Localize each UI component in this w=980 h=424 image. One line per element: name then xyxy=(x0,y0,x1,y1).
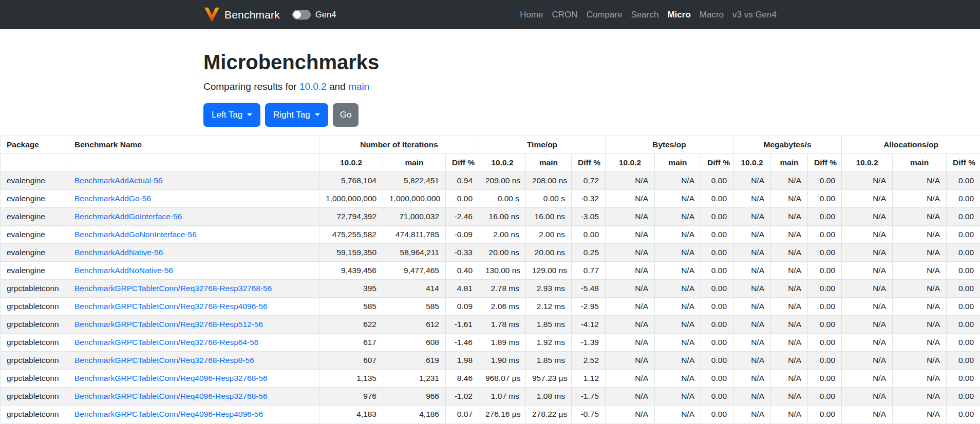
bytes-cell: 0.00 xyxy=(701,225,733,243)
time-cell: 2.12 ms xyxy=(526,297,572,315)
time-cell: -0.75 xyxy=(572,405,606,423)
brand[interactable]: Benchmark xyxy=(203,6,280,23)
bytes-cell: N/A xyxy=(655,171,701,189)
iterations-cell: 966 xyxy=(383,387,446,405)
benchmark-name-cell: BenchmarkGRPCTabletConn/Req32768-Resp512… xyxy=(68,315,319,333)
nav-link-cron[interactable]: CRON xyxy=(552,10,578,20)
nav-link-macro[interactable]: Macro xyxy=(700,10,724,20)
benchmark-link[interactable]: BenchmarkGRPCTabletConn/Req4096-Resp4096… xyxy=(74,410,263,418)
left-tag-dropdown[interactable]: Left Tag xyxy=(203,103,260,127)
benchmark-name-cell: BenchmarkGRPCTabletConn/Req4096-Resp4096… xyxy=(68,405,319,423)
table-row: evalengineBenchmarkAddGoNonInterface-564… xyxy=(1,225,980,243)
megabytes-cell: N/A xyxy=(771,297,808,315)
allocations-cell: N/A xyxy=(842,171,893,189)
time-cell: 1.90 ms xyxy=(479,351,526,369)
megabytes-cell: 0.00 xyxy=(808,243,842,261)
megabytes-cell: N/A xyxy=(733,225,771,243)
benchmark-link[interactable]: BenchmarkAddGoNonInterface-56 xyxy=(74,230,197,239)
bytes-cell: 0.00 xyxy=(701,243,733,261)
allocations-cell: 0.00 xyxy=(947,207,980,225)
allocations-cell: 0.00 xyxy=(947,333,980,351)
right-tag-link[interactable]: main xyxy=(348,81,369,92)
gen4-toggle-label: Gen4 xyxy=(315,10,336,20)
iterations-cell: 619 xyxy=(383,351,446,369)
allocations-cell: 0.00 xyxy=(947,243,980,261)
time-cell: 16.00 ns xyxy=(526,207,572,225)
benchmark-link[interactable]: BenchmarkAddNative-56 xyxy=(74,248,163,257)
bytes-cell: N/A xyxy=(655,225,701,243)
column-header-benchmark-name: Benchmark Name xyxy=(68,136,319,153)
nav-link-v3-vs-gen4[interactable]: v3 vs Gen4 xyxy=(732,10,777,20)
package-cell: grpctabletconn xyxy=(1,351,68,369)
nav-link-search[interactable]: Search xyxy=(631,10,659,20)
megabytes-cell: 0.00 xyxy=(808,333,842,351)
megabytes-cell: N/A xyxy=(733,207,771,225)
bytes-cell: N/A xyxy=(655,351,701,369)
megabytes-cell: N/A xyxy=(733,189,771,207)
table-subheader-row: 10.0.2mainDiff %10.0.2mainDiff %10.0.2ma… xyxy=(1,153,980,171)
benchmark-link[interactable]: BenchmarkGRPCTabletConn/Req32768-Resp512… xyxy=(74,320,263,329)
benchmark-link[interactable]: BenchmarkAddGo-56 xyxy=(74,194,151,203)
time-cell: 20.00 ns xyxy=(526,243,572,261)
bytes-cell: N/A xyxy=(606,243,655,261)
megabytes-cell: N/A xyxy=(733,405,771,423)
bytes-cell: N/A xyxy=(606,315,655,333)
megabytes-cell: 0.00 xyxy=(808,387,842,405)
allocations-cell: N/A xyxy=(893,315,947,333)
nav-link-home[interactable]: Home xyxy=(520,10,543,20)
iterations-cell: 976 xyxy=(319,387,383,405)
allocations-cell: N/A xyxy=(842,405,893,423)
bytes-cell: N/A xyxy=(606,387,655,405)
iterations-cell: 617 xyxy=(319,333,383,351)
package-cell: evalengine xyxy=(1,243,68,261)
navbar-container: Benchmark Gen4 Home CRON Compare Search … xyxy=(197,6,783,23)
benchmark-link[interactable]: BenchmarkAddNoNative-56 xyxy=(74,266,173,275)
time-cell: 2.00 ns xyxy=(479,225,526,243)
benchmark-name-cell: BenchmarkGRPCTabletConn/Req32768-Resp409… xyxy=(68,297,319,315)
megabytes-cell: N/A xyxy=(771,387,808,405)
bytes-cell: N/A xyxy=(655,279,701,297)
nav-links: Home CRON Compare Search Micro Macro v3 … xyxy=(520,10,777,20)
bytes-cell: 0.00 xyxy=(701,189,733,207)
gen4-toggle[interactable] xyxy=(292,10,311,20)
bytes-cell: 0.00 xyxy=(701,297,733,315)
allocations-cell: N/A xyxy=(842,261,893,279)
bytes-cell: N/A xyxy=(655,243,701,261)
benchmark-link[interactable]: BenchmarkGRPCTabletConn/Req32768-Resp327… xyxy=(74,284,272,293)
time-cell: 1.85 ms xyxy=(526,351,572,369)
benchmark-link[interactable]: BenchmarkGRPCTabletConn/Req4096-Resp3276… xyxy=(74,392,268,400)
go-button[interactable]: Go xyxy=(333,103,359,127)
nav-link-compare[interactable]: Compare xyxy=(587,10,623,20)
iterations-cell: 607 xyxy=(319,351,383,369)
nav-link-micro[interactable]: Micro xyxy=(667,10,690,20)
megabytes-cell: N/A xyxy=(771,171,808,189)
benchmark-link[interactable]: BenchmarkGRPCTabletConn/Req4096-Resp3276… xyxy=(74,374,268,382)
megabytes-cell: N/A xyxy=(771,225,808,243)
caret-down-icon xyxy=(247,113,252,116)
bytes-cell: 0.00 xyxy=(701,369,733,387)
left-tag-link[interactable]: 10.0.2 xyxy=(299,81,327,92)
time-cell: 276.16 µs xyxy=(479,405,526,423)
allocations-cell: N/A xyxy=(893,261,947,279)
iterations-cell: 475,255,582 xyxy=(319,225,383,243)
time-cell: 2.52 xyxy=(572,351,606,369)
benchmark-link[interactable]: BenchmarkGRPCTabletConn/Req32768-Resp8-5… xyxy=(74,356,254,364)
column-subheader: 10.0.2 xyxy=(479,153,526,171)
bytes-cell: 0.00 xyxy=(701,333,733,351)
allocations-cell: N/A xyxy=(893,171,947,189)
benchmark-link[interactable]: BenchmarkAddActual-56 xyxy=(74,176,162,185)
iterations-cell: 5,822,451 xyxy=(383,171,446,189)
bytes-cell: N/A xyxy=(655,387,701,405)
subtitle-text: Comparing results for xyxy=(203,81,297,92)
benchmark-link[interactable]: BenchmarkGRPCTabletConn/Req32768-Resp409… xyxy=(74,302,268,311)
column-subheader: 10.0.2 xyxy=(842,153,893,171)
megabytes-cell: 0.00 xyxy=(808,279,842,297)
allocations-cell: N/A xyxy=(842,225,893,243)
right-tag-dropdown[interactable]: Right Tag xyxy=(265,103,328,127)
benchmark-link[interactable]: BenchmarkAddGoInterface-56 xyxy=(74,212,182,221)
iterations-cell: 585 xyxy=(383,297,446,315)
column-subheader: 10.0.2 xyxy=(319,153,383,171)
benchmark-link[interactable]: BenchmarkGRPCTabletConn/Req32768-Resp64-… xyxy=(74,338,258,346)
allocations-cell: N/A xyxy=(842,315,893,333)
allocations-cell: 0.00 xyxy=(947,351,980,369)
